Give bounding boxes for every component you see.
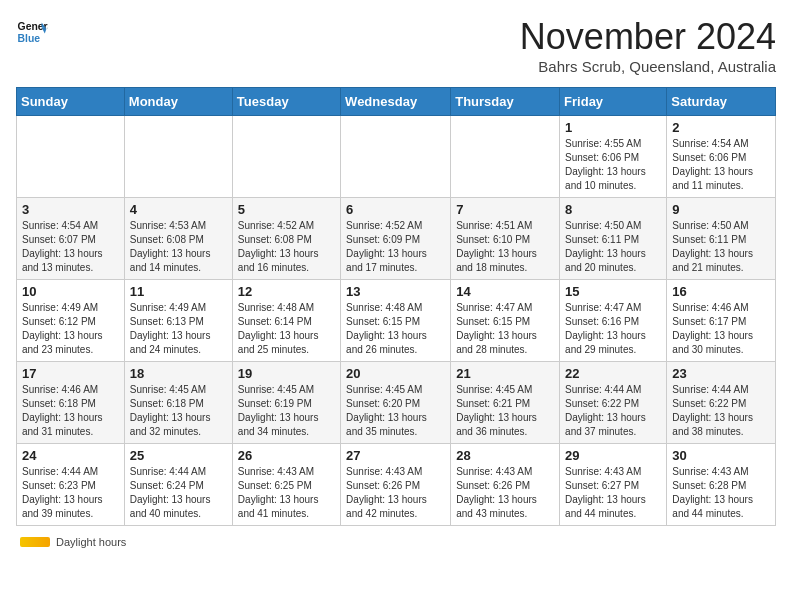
calendar-cell bbox=[124, 116, 232, 198]
day-info: Sunrise: 4:43 AM Sunset: 6:26 PM Dayligh… bbox=[346, 465, 445, 521]
calendar-cell: 17Sunrise: 4:46 AM Sunset: 6:18 PM Dayli… bbox=[17, 362, 125, 444]
title-block: November 2024 Bahrs Scrub, Queensland, A… bbox=[520, 16, 776, 75]
weekday-header: Friday bbox=[560, 88, 667, 116]
day-number: 19 bbox=[238, 366, 335, 381]
day-number: 15 bbox=[565, 284, 661, 299]
calendar-cell: 16Sunrise: 4:46 AM Sunset: 6:17 PM Dayli… bbox=[667, 280, 776, 362]
day-number: 21 bbox=[456, 366, 554, 381]
calendar-cell: 25Sunrise: 4:44 AM Sunset: 6:24 PM Dayli… bbox=[124, 444, 232, 526]
footer-note: Daylight hours bbox=[20, 536, 126, 548]
day-info: Sunrise: 4:47 AM Sunset: 6:16 PM Dayligh… bbox=[565, 301, 661, 357]
day-number: 11 bbox=[130, 284, 227, 299]
calendar-cell bbox=[451, 116, 560, 198]
logo: General Blue bbox=[16, 16, 48, 48]
calendar-cell: 20Sunrise: 4:45 AM Sunset: 6:20 PM Dayli… bbox=[341, 362, 451, 444]
calendar-cell: 27Sunrise: 4:43 AM Sunset: 6:26 PM Dayli… bbox=[341, 444, 451, 526]
day-info: Sunrise: 4:48 AM Sunset: 6:14 PM Dayligh… bbox=[238, 301, 335, 357]
calendar-cell: 5Sunrise: 4:52 AM Sunset: 6:08 PM Daylig… bbox=[232, 198, 340, 280]
daylight-label: Daylight hours bbox=[56, 536, 126, 548]
location-title: Bahrs Scrub, Queensland, Australia bbox=[520, 58, 776, 75]
calendar-cell: 19Sunrise: 4:45 AM Sunset: 6:19 PM Dayli… bbox=[232, 362, 340, 444]
day-number: 9 bbox=[672, 202, 770, 217]
calendar-week-row: 17Sunrise: 4:46 AM Sunset: 6:18 PM Dayli… bbox=[17, 362, 776, 444]
day-info: Sunrise: 4:53 AM Sunset: 6:08 PM Dayligh… bbox=[130, 219, 227, 275]
calendar-cell: 24Sunrise: 4:44 AM Sunset: 6:23 PM Dayli… bbox=[17, 444, 125, 526]
day-info: Sunrise: 4:45 AM Sunset: 6:19 PM Dayligh… bbox=[238, 383, 335, 439]
calendar-cell bbox=[232, 116, 340, 198]
weekday-header: Sunday bbox=[17, 88, 125, 116]
month-title: November 2024 bbox=[520, 16, 776, 58]
day-number: 28 bbox=[456, 448, 554, 463]
day-info: Sunrise: 4:44 AM Sunset: 6:22 PM Dayligh… bbox=[565, 383, 661, 439]
day-number: 30 bbox=[672, 448, 770, 463]
calendar-week-row: 24Sunrise: 4:44 AM Sunset: 6:23 PM Dayli… bbox=[17, 444, 776, 526]
calendar-cell: 21Sunrise: 4:45 AM Sunset: 6:21 PM Dayli… bbox=[451, 362, 560, 444]
calendar-cell: 26Sunrise: 4:43 AM Sunset: 6:25 PM Dayli… bbox=[232, 444, 340, 526]
day-info: Sunrise: 4:45 AM Sunset: 6:18 PM Dayligh… bbox=[130, 383, 227, 439]
day-number: 2 bbox=[672, 120, 770, 135]
day-info: Sunrise: 4:44 AM Sunset: 6:22 PM Dayligh… bbox=[672, 383, 770, 439]
day-info: Sunrise: 4:43 AM Sunset: 6:28 PM Dayligh… bbox=[672, 465, 770, 521]
calendar-cell: 22Sunrise: 4:44 AM Sunset: 6:22 PM Dayli… bbox=[560, 362, 667, 444]
day-info: Sunrise: 4:55 AM Sunset: 6:06 PM Dayligh… bbox=[565, 137, 661, 193]
day-info: Sunrise: 4:49 AM Sunset: 6:13 PM Dayligh… bbox=[130, 301, 227, 357]
day-info: Sunrise: 4:54 AM Sunset: 6:06 PM Dayligh… bbox=[672, 137, 770, 193]
day-number: 22 bbox=[565, 366, 661, 381]
day-number: 12 bbox=[238, 284, 335, 299]
calendar-cell: 11Sunrise: 4:49 AM Sunset: 6:13 PM Dayli… bbox=[124, 280, 232, 362]
calendar-cell: 9Sunrise: 4:50 AM Sunset: 6:11 PM Daylig… bbox=[667, 198, 776, 280]
day-number: 7 bbox=[456, 202, 554, 217]
calendar-cell: 1Sunrise: 4:55 AM Sunset: 6:06 PM Daylig… bbox=[560, 116, 667, 198]
day-info: Sunrise: 4:50 AM Sunset: 6:11 PM Dayligh… bbox=[672, 219, 770, 275]
calendar-cell: 3Sunrise: 4:54 AM Sunset: 6:07 PM Daylig… bbox=[17, 198, 125, 280]
day-number: 18 bbox=[130, 366, 227, 381]
calendar-cell: 7Sunrise: 4:51 AM Sunset: 6:10 PM Daylig… bbox=[451, 198, 560, 280]
calendar-cell: 29Sunrise: 4:43 AM Sunset: 6:27 PM Dayli… bbox=[560, 444, 667, 526]
weekday-header: Monday bbox=[124, 88, 232, 116]
calendar-week-row: 10Sunrise: 4:49 AM Sunset: 6:12 PM Dayli… bbox=[17, 280, 776, 362]
weekday-header: Saturday bbox=[667, 88, 776, 116]
day-info: Sunrise: 4:50 AM Sunset: 6:11 PM Dayligh… bbox=[565, 219, 661, 275]
day-info: Sunrise: 4:54 AM Sunset: 6:07 PM Dayligh… bbox=[22, 219, 119, 275]
day-number: 3 bbox=[22, 202, 119, 217]
day-info: Sunrise: 4:51 AM Sunset: 6:10 PM Dayligh… bbox=[456, 219, 554, 275]
day-number: 10 bbox=[22, 284, 119, 299]
day-info: Sunrise: 4:46 AM Sunset: 6:18 PM Dayligh… bbox=[22, 383, 119, 439]
calendar-cell bbox=[17, 116, 125, 198]
calendar-cell: 28Sunrise: 4:43 AM Sunset: 6:26 PM Dayli… bbox=[451, 444, 560, 526]
day-info: Sunrise: 4:52 AM Sunset: 6:09 PM Dayligh… bbox=[346, 219, 445, 275]
day-info: Sunrise: 4:46 AM Sunset: 6:17 PM Dayligh… bbox=[672, 301, 770, 357]
day-number: 23 bbox=[672, 366, 770, 381]
weekday-header: Tuesday bbox=[232, 88, 340, 116]
calendar-cell bbox=[341, 116, 451, 198]
svg-text:Blue: Blue bbox=[18, 33, 41, 44]
day-info: Sunrise: 4:48 AM Sunset: 6:15 PM Dayligh… bbox=[346, 301, 445, 357]
day-info: Sunrise: 4:43 AM Sunset: 6:27 PM Dayligh… bbox=[565, 465, 661, 521]
calendar-cell: 10Sunrise: 4:49 AM Sunset: 6:12 PM Dayli… bbox=[17, 280, 125, 362]
day-number: 4 bbox=[130, 202, 227, 217]
calendar-week-row: 3Sunrise: 4:54 AM Sunset: 6:07 PM Daylig… bbox=[17, 198, 776, 280]
calendar-week-row: 1Sunrise: 4:55 AM Sunset: 6:06 PM Daylig… bbox=[17, 116, 776, 198]
day-number: 29 bbox=[565, 448, 661, 463]
calendar-cell: 4Sunrise: 4:53 AM Sunset: 6:08 PM Daylig… bbox=[124, 198, 232, 280]
weekday-header-row: SundayMondayTuesdayWednesdayThursdayFrid… bbox=[17, 88, 776, 116]
day-info: Sunrise: 4:52 AM Sunset: 6:08 PM Dayligh… bbox=[238, 219, 335, 275]
day-info: Sunrise: 4:45 AM Sunset: 6:21 PM Dayligh… bbox=[456, 383, 554, 439]
calendar-cell: 2Sunrise: 4:54 AM Sunset: 6:06 PM Daylig… bbox=[667, 116, 776, 198]
calendar-cell: 18Sunrise: 4:45 AM Sunset: 6:18 PM Dayli… bbox=[124, 362, 232, 444]
calendar-cell: 13Sunrise: 4:48 AM Sunset: 6:15 PM Dayli… bbox=[341, 280, 451, 362]
calendar-cell: 12Sunrise: 4:48 AM Sunset: 6:14 PM Dayli… bbox=[232, 280, 340, 362]
day-info: Sunrise: 4:49 AM Sunset: 6:12 PM Dayligh… bbox=[22, 301, 119, 357]
day-number: 5 bbox=[238, 202, 335, 217]
weekday-header: Thursday bbox=[451, 88, 560, 116]
calendar-cell: 6Sunrise: 4:52 AM Sunset: 6:09 PM Daylig… bbox=[341, 198, 451, 280]
logo-icon: General Blue bbox=[16, 16, 48, 48]
day-number: 24 bbox=[22, 448, 119, 463]
day-info: Sunrise: 4:44 AM Sunset: 6:23 PM Dayligh… bbox=[22, 465, 119, 521]
day-number: 17 bbox=[22, 366, 119, 381]
daylight-bar-icon bbox=[20, 537, 50, 547]
day-info: Sunrise: 4:47 AM Sunset: 6:15 PM Dayligh… bbox=[456, 301, 554, 357]
calendar-cell: 30Sunrise: 4:43 AM Sunset: 6:28 PM Dayli… bbox=[667, 444, 776, 526]
calendar-cell: 23Sunrise: 4:44 AM Sunset: 6:22 PM Dayli… bbox=[667, 362, 776, 444]
day-info: Sunrise: 4:44 AM Sunset: 6:24 PM Dayligh… bbox=[130, 465, 227, 521]
